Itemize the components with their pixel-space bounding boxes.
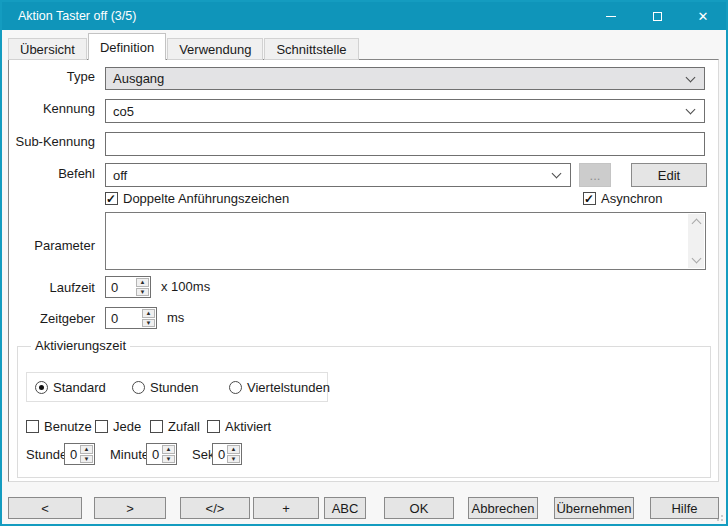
type-dropdown[interactable]: Ausgang (105, 67, 705, 90)
doppelte-anfuehrungszeichen-checkbox[interactable]: Doppelte Anführungszeichen (105, 191, 289, 206)
stunde-value: 0 (65, 444, 79, 464)
sek-value: 0 (213, 444, 226, 464)
chevron-down-icon (686, 105, 696, 115)
close-button[interactable]: ✕ (680, 2, 726, 30)
checkbox-icon (207, 420, 220, 433)
button-label: < (41, 501, 49, 516)
tab-strip: Übersicht Definition Verwendung Schnitts… (8, 33, 360, 60)
jede-checkbox[interactable]: Jede (95, 419, 141, 434)
tab-label: Übersicht (20, 42, 75, 57)
zeitgeber-label: Zeitgeber (9, 311, 95, 326)
spin-up-icon[interactable] (80, 445, 93, 454)
parameter-textarea[interactable] (105, 212, 706, 270)
aktivierungszeit-title: Aktivierungszeit (31, 338, 130, 353)
scroll-down-icon (691, 254, 701, 264)
kennung-label: Kennung (9, 101, 95, 116)
sub-kennung-input[interactable] (105, 132, 705, 156)
edit-button-label: Edit (658, 168, 680, 183)
chevron-down-icon (552, 169, 562, 179)
benutze-checkbox[interactable]: Benutze (26, 419, 92, 434)
scroll-up-icon (691, 219, 701, 229)
resize-grip[interactable] (713, 511, 723, 521)
dialog-window: Aktion Taster off (3/5) ✕ Übersicht Defi… (0, 0, 728, 526)
maximize-icon (653, 12, 662, 21)
minimize-button[interactable] (588, 2, 634, 30)
tab-uebersicht[interactable]: Übersicht (8, 38, 87, 60)
aktivierungszeit-group: Aktivierungszeit Standard Stunden Vierte… (17, 346, 711, 478)
asynchron-checkbox[interactable]: Asynchron (583, 191, 662, 206)
zeitgeber-unit: ms (167, 310, 184, 325)
zeitgeber-spinner[interactable]: 0 (105, 307, 157, 329)
button-label: Hilfe (671, 501, 697, 516)
befehl-value: off (113, 168, 553, 183)
aktiviert-checkbox[interactable]: Aktiviert (207, 419, 271, 434)
ok-button[interactable]: OK (384, 497, 454, 519)
button-label: </> (206, 501, 225, 516)
laufzeit-unit: x 100ms (161, 279, 210, 294)
spin-up-icon[interactable] (136, 278, 149, 287)
tab-label: Verwendung (179, 42, 251, 57)
radio-standard[interactable]: Standard (35, 380, 106, 395)
minute-label: Minute (110, 447, 149, 462)
button-label: + (282, 501, 290, 516)
next-button[interactable]: > (94, 497, 166, 519)
spin-up-icon[interactable] (162, 445, 175, 454)
prev-button[interactable]: < (8, 497, 82, 519)
kennung-value: co5 (113, 104, 687, 119)
maximize-button[interactable] (634, 2, 680, 30)
zeitgeber-value: 0 (106, 308, 141, 328)
zufall-checkbox[interactable]: Zufall (150, 419, 200, 434)
definition-tab-panel: Type Kennung Sub-Kennung Befehl Paramete… (8, 59, 719, 482)
radio-viertelstunden[interactable]: Viertelstunden (229, 380, 330, 395)
more-button-label: ... (590, 168, 601, 183)
abc-button[interactable]: ABC (324, 497, 366, 519)
checkbox-icon (583, 192, 596, 205)
uebernehmen-button[interactable]: Übernehmen (554, 497, 634, 519)
minimize-icon (606, 16, 616, 17)
checkbox-icon (150, 420, 163, 433)
spin-down-icon[interactable] (162, 455, 175, 464)
tab-schnittstelle[interactable]: Schnittstelle (264, 38, 358, 60)
edit-button[interactable]: Edit (631, 163, 707, 187)
tab-definition[interactable]: Definition (88, 33, 166, 60)
parameter-scrollbar[interactable] (688, 214, 704, 268)
radio-icon (132, 381, 145, 394)
checkbox-label: Aktiviert (225, 419, 271, 434)
add-button[interactable]: + (253, 497, 319, 519)
stunde-spinner[interactable]: 0 (64, 443, 95, 465)
checkbox-icon (26, 420, 39, 433)
befehl-label: Befehl (9, 166, 95, 181)
radio-icon (35, 381, 48, 394)
checkbox-label: Jede (113, 419, 141, 434)
laufzeit-spinner[interactable]: 0 (105, 276, 151, 298)
spinner-buttons (226, 444, 241, 464)
sub-kennung-label: Sub-Kennung (9, 134, 95, 149)
checkbox-label: Zufall (168, 419, 200, 434)
button-label: Übernehmen (556, 501, 631, 516)
befehl-more-button[interactable]: ... (579, 163, 611, 187)
chevron-down-icon (686, 72, 696, 82)
spinner-buttons (79, 444, 94, 464)
befehl-combobox[interactable]: off (105, 163, 571, 187)
sek-spinner[interactable]: 0 (212, 443, 242, 465)
radio-stunden[interactable]: Stunden (132, 380, 198, 395)
tab-verwendung[interactable]: Verwendung (167, 38, 263, 60)
minute-spinner[interactable]: 0 (146, 443, 177, 465)
radio-group-box: Standard Stunden Viertelstunden (26, 372, 328, 402)
spin-up-icon[interactable] (142, 309, 155, 318)
spin-down-icon[interactable] (227, 455, 240, 464)
spin-up-icon[interactable] (227, 445, 240, 454)
abbrechen-button[interactable]: Abbrechen (468, 497, 538, 519)
parameter-label: Parameter (9, 238, 95, 253)
spinner-buttons (135, 277, 150, 297)
radio-label: Stunden (150, 380, 198, 395)
spin-down-icon[interactable] (142, 319, 155, 328)
minute-value: 0 (147, 444, 161, 464)
spin-down-icon[interactable] (80, 455, 93, 464)
kennung-combobox[interactable]: co5 (105, 99, 705, 123)
spinner-buttons (141, 308, 156, 328)
hilfe-button[interactable]: Hilfe (650, 497, 719, 519)
code-button[interactable]: </> (180, 497, 250, 519)
spin-down-icon[interactable] (136, 288, 149, 297)
spinner-buttons (161, 444, 176, 464)
